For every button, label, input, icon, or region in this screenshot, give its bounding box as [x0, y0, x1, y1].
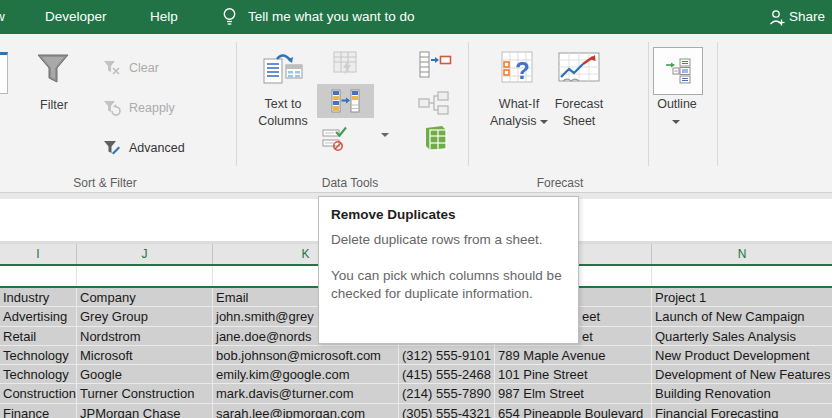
- clear-filter-button[interactable]: Clear: [103, 58, 159, 78]
- table-cell[interactable]: Launch of New Campaign: [652, 307, 832, 326]
- clear-filter-label: Clear: [129, 61, 159, 75]
- ribbon: Filter Clear Reapply: [0, 34, 832, 193]
- table-cell[interactable]: (305) 555-4321: [399, 404, 495, 418]
- consolidate-button[interactable]: [419, 51, 452, 78]
- table-cell[interactable]: Project 1: [652, 288, 832, 307]
- filter-funnel-icon: [34, 50, 72, 88]
- tooltip-body-line1: Delete duplicate rows from a sheet.: [331, 231, 566, 249]
- tooltip-title: Remove Duplicates: [331, 207, 566, 222]
- forecast-sheet-label-line1: Forecast: [539, 96, 619, 113]
- consolidate-icon: [419, 51, 452, 78]
- table-cell[interactable]: mark.davis@turner.com: [213, 384, 399, 403]
- data-validation-button[interactable]: [322, 124, 350, 152]
- tab-developer[interactable]: Developer: [45, 0, 107, 34]
- empty-cell[interactable]: [0, 266, 77, 286]
- table-cell[interactable]: 654 Pineapple Boulevard: [495, 404, 652, 418]
- table-cell[interactable]: (415) 555-2468: [399, 365, 495, 384]
- tell-me-box[interactable]: Tell me what you want to do: [248, 0, 415, 34]
- outline-button[interactable]: [653, 47, 703, 95]
- table-cell[interactable]: Advertising: [0, 307, 77, 326]
- table-cell[interactable]: Finance: [0, 404, 77, 418]
- table-cell[interactable]: Company: [77, 288, 213, 307]
- table-cell[interactable]: (214) 555-7890: [399, 384, 495, 403]
- tab-help[interactable]: Help: [150, 0, 178, 34]
- table-row: ConstructionTurner Constructionmark.davi…: [0, 384, 832, 403]
- outline-dropdown-caret[interactable]: [672, 120, 680, 124]
- text-to-columns-label[interactable]: Text to Columns: [243, 96, 323, 130]
- table-cell[interactable]: 789 Maple Avenue: [495, 346, 652, 365]
- group-divider: [236, 42, 237, 166]
- filter-button-label[interactable]: Filter: [24, 97, 84, 114]
- group-divider: [717, 42, 718, 166]
- table-cell[interactable]: JPMorgan Chase: [77, 404, 213, 418]
- empty-cell[interactable]: [652, 266, 832, 286]
- partial-tab[interactable]: w: [0, 0, 5, 34]
- remove-duplicates-button[interactable]: [317, 84, 374, 118]
- forecast-sheet-label-line2: Sheet: [539, 113, 619, 130]
- flash-fill-icon: [331, 50, 359, 77]
- outline-label[interactable]: Outline: [646, 96, 708, 113]
- remove-duplicates-tooltip: Remove Duplicates Delete duplicate rows …: [318, 196, 579, 344]
- text-to-columns-icon: [263, 51, 303, 89]
- advanced-filter-label: Advanced: [129, 141, 185, 155]
- column-header[interactable]: I: [0, 244, 77, 264]
- text-to-columns-label-line2: Columns: [243, 113, 323, 130]
- table-cell[interactable]: Quarterly Sales Analysis: [652, 327, 832, 346]
- table-row: TechnologyGoogleemily.kim@google.com(415…: [0, 365, 832, 384]
- table-cell[interactable]: emily.kim@google.com: [213, 365, 399, 384]
- table-cell[interactable]: 987 Elm Street: [495, 384, 652, 403]
- reapply-filter-icon: [103, 100, 121, 116]
- title-bar: w Developer Help Tell me what you want t…: [0, 0, 832, 34]
- table-cell[interactable]: sarah.lee@jpmorgan.com: [213, 404, 399, 418]
- table-row: FinanceJPMorgan Chasesarah.lee@jpmorgan.…: [0, 404, 832, 418]
- manage-data-model-button[interactable]: [420, 124, 448, 152]
- forecast-sheet-button[interactable]: [557, 51, 602, 88]
- table-cell[interactable]: Development of New Features: [652, 365, 832, 384]
- table-cell[interactable]: Building Renovation: [652, 384, 832, 403]
- lightbulb-icon: [221, 7, 238, 27]
- table-cell[interactable]: Industry: [0, 288, 77, 307]
- data-validation-dropdown-caret[interactable]: [381, 133, 389, 137]
- table-cell[interactable]: Technology: [0, 365, 77, 384]
- table-cell[interactable]: Nordstrom: [77, 327, 213, 346]
- forecast-sheet-label[interactable]: Forecast Sheet: [539, 96, 619, 130]
- flash-fill-button[interactable]: [331, 50, 359, 77]
- table-cell[interactable]: Construction: [0, 384, 77, 403]
- data-validation-icon: [322, 124, 350, 152]
- reapply-filter-label: Reapply: [129, 101, 175, 115]
- relationships-button[interactable]: [417, 91, 451, 115]
- manage-data-model-icon: [420, 124, 448, 152]
- column-header[interactable]: J: [77, 244, 213, 264]
- advanced-filter-icon: [103, 140, 121, 156]
- table-cell[interactable]: Retail: [0, 327, 77, 346]
- sort-button-partial[interactable]: [0, 52, 8, 94]
- table-cell[interactable]: Google: [77, 365, 213, 384]
- sort-filter-group-label: Sort & Filter: [40, 176, 170, 190]
- table-cell[interactable]: Turner Construction: [77, 384, 213, 403]
- group-divider: [468, 42, 469, 166]
- excel-window: w Developer Help Tell me what you want t…: [0, 0, 832, 418]
- table-cell[interactable]: Financial Forecasting: [652, 404, 832, 418]
- what-if-analysis-button[interactable]: ?: [501, 51, 538, 88]
- share-button[interactable]: Share: [789, 0, 825, 34]
- column-header[interactable]: N: [652, 244, 832, 264]
- forecast-group-label: Forecast: [500, 176, 620, 190]
- table-cell[interactable]: (312) 555-9101: [399, 346, 495, 365]
- data-tools-group-label: Data Tools: [290, 176, 410, 190]
- svg-text:?: ?: [515, 57, 530, 84]
- text-to-columns-button[interactable]: [263, 51, 303, 89]
- table-cell[interactable]: 101 Pine Street: [495, 365, 652, 384]
- table-cell[interactable]: Technology: [0, 346, 77, 365]
- table-row: TechnologyMicrosoftbob.johnson@microsoft…: [0, 346, 832, 365]
- advanced-filter-button[interactable]: Advanced: [103, 138, 185, 158]
- table-cell[interactable]: bob.johnson@microsoft.com: [213, 346, 399, 365]
- table-cell[interactable]: Grey Group: [77, 307, 213, 326]
- reapply-filter-button[interactable]: Reapply: [103, 98, 175, 118]
- filter-button[interactable]: [34, 50, 72, 88]
- table-cell[interactable]: Microsoft: [77, 346, 213, 365]
- text-to-columns-label-line1: Text to: [243, 96, 323, 113]
- relationships-icon: [417, 91, 451, 115]
- table-cell[interactable]: New Product Development: [652, 346, 832, 365]
- empty-cell[interactable]: [77, 266, 213, 286]
- what-if-analysis-icon: ?: [501, 51, 538, 88]
